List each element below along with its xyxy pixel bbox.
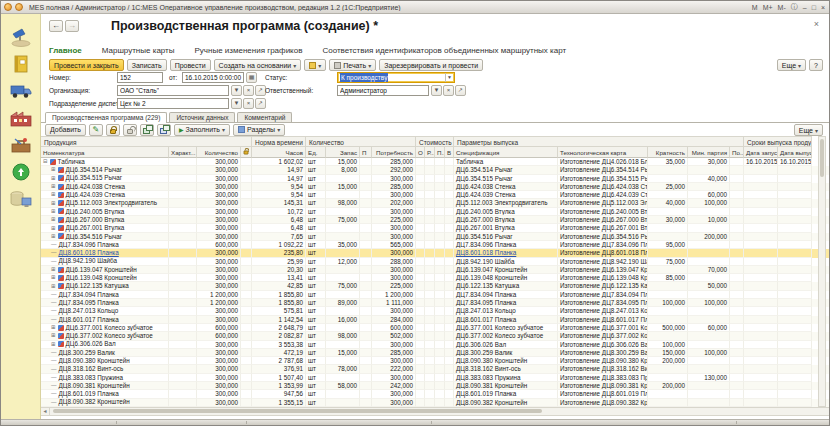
cell-minb[interactable] — [688, 166, 730, 174]
cell-demand[interactable]: 225,000 — [372, 282, 416, 290]
cell-cost_o[interactable] — [416, 357, 425, 365]
cell-spec[interactable]: ДЦ6.306.026 Вал — [454, 341, 558, 349]
cell-p[interactable] — [360, 216, 372, 224]
cell-name[interactable]: ⊞ДЦ6.377.001 Колесо зубчатое — [41, 324, 169, 332]
cell-lock[interactable] — [241, 399, 252, 407]
table-row[interactable]: —ДЦ8.300.259 Валик300,000472,19шт15,0002… — [41, 349, 829, 357]
cell-po[interactable] — [730, 307, 744, 315]
cell-spec[interactable]: ДЦ6.424.039 Стенка — [454, 191, 558, 199]
cell-charact[interactable] — [169, 291, 197, 299]
cell-unit[interactable]: шт — [306, 158, 326, 166]
cell-cost_v[interactable] — [445, 208, 454, 216]
cell-cost_o[interactable] — [416, 274, 425, 282]
tree-toggle-icon[interactable]: ⊞ — [51, 175, 56, 182]
tab-id-correspondence[interactable]: Соответствия идентификаторов объединенны… — [322, 46, 566, 55]
cell-stock[interactable]: 75,000 — [326, 216, 360, 224]
cell-launch[interactable] — [744, 299, 778, 307]
cell-qty[interactable]: 300,000 — [197, 390, 241, 398]
cell-cost_o[interactable] — [416, 299, 425, 307]
cell-hours[interactable]: 13,41 — [252, 274, 306, 282]
cell-minb[interactable]: 100,000 — [688, 299, 730, 307]
cell-name[interactable]: ⊞ДЦ6.139.048 Кронштейн — [41, 274, 169, 282]
cell-charact[interactable] — [169, 166, 197, 174]
vertical-scroll-thumb[interactable] — [820, 139, 824, 177]
cell-po[interactable] — [730, 374, 744, 382]
cell-minb[interactable]: 100,000 — [688, 199, 730, 207]
cell-p[interactable] — [360, 374, 372, 382]
cell-mult[interactable]: 35,000 — [648, 158, 688, 166]
cell-mult[interactable] — [648, 208, 688, 216]
cell-lock[interactable] — [241, 282, 252, 290]
cell-mult[interactable] — [648, 249, 688, 257]
cell-spec[interactable]: ДЦ8.300.259 Валик — [454, 349, 558, 357]
cell-release[interactable] — [778, 349, 812, 357]
table-row[interactable]: —ДЦ7.834.094 Планка1 200,0001 855,80шт1 … — [41, 291, 829, 299]
cell-cost_o[interactable] — [416, 266, 425, 274]
cell-demand[interactable]: 288,000 — [372, 258, 416, 266]
cell-name[interactable]: —ДЦ8.601.017 Планка — [41, 316, 169, 324]
cell-hours[interactable]: 1 855,80 — [252, 291, 306, 299]
cell-tech[interactable]: Изготовление ДЦ8.090.382 Кронштейн — [558, 399, 648, 407]
column-header-release[interactable]: Дата выпуска — [778, 147, 812, 158]
cell-tech[interactable]: Изготовление ДЦ8.942.190 Шайба — [558, 258, 648, 266]
cell-tech[interactable]: Изготовление ДЦ6.122.135 Катушка — [558, 282, 648, 290]
cell-tech[interactable]: Изготовление ДЦ8.090.380 Кронштейн — [558, 357, 648, 365]
cell-launch[interactable] — [744, 374, 778, 382]
table-row[interactable]: ⊞ДЦ6.240.005 Втулка300,00010,72шт300,000… — [41, 208, 829, 216]
cell-spec[interactable]: ДЦ8.247.013 Кольцо — [454, 307, 558, 315]
cell-stock[interactable] — [326, 399, 360, 407]
cell-minb[interactable] — [688, 249, 730, 257]
cell-p[interactable] — [360, 390, 372, 398]
cell-demand[interactable]: 300,000 — [372, 274, 416, 282]
cell-tech[interactable]: Изготовление ДЦ5.112.003 Электродвигат..… — [558, 199, 648, 207]
cell-minb[interactable] — [688, 365, 730, 373]
cell-qty[interactable]: 300,000 — [197, 199, 241, 207]
cell-po[interactable] — [730, 183, 744, 191]
cell-minb[interactable] — [688, 183, 730, 191]
cell-minb[interactable] — [688, 316, 730, 324]
cell-spec[interactable]: ДЦ6.354.515 Рычаг — [454, 175, 558, 183]
cell-stock[interactable] — [326, 357, 360, 365]
cell-spec[interactable]: ДЦ6.122.135 Катушка — [454, 282, 558, 290]
cell-cost_v[interactable] — [445, 282, 454, 290]
cell-charact[interactable] — [169, 183, 197, 191]
column-header-launch[interactable]: Дата запуска — [744, 147, 778, 158]
cell-stock[interactable] — [326, 307, 360, 315]
restore-button[interactable]: □ — [812, 4, 816, 11]
cell-stock[interactable] — [326, 233, 360, 241]
cell-cost_o[interactable] — [416, 399, 425, 407]
cell-launch[interactable] — [744, 307, 778, 315]
cell-cost_p[interactable] — [435, 199, 445, 207]
cell-p[interactable] — [360, 249, 372, 257]
cell-charact[interactable] — [169, 307, 197, 315]
cell-launch[interactable] — [744, 216, 778, 224]
tree-toggle-icon[interactable]: ⊞ — [51, 183, 56, 190]
cell-launch[interactable] — [744, 274, 778, 282]
cell-demand[interactable]: 300,000 — [372, 191, 416, 199]
organization-field[interactable]: ОАО "Сталь" — [117, 85, 229, 96]
cell-hours[interactable]: 3 553,38 — [252, 341, 306, 349]
cell-name[interactable]: ⊞ДЦ6.122.135 Катушка — [41, 282, 169, 290]
cell-cost_o[interactable] — [416, 158, 425, 166]
minimize-button[interactable]: – — [803, 4, 807, 11]
cell-qty[interactable]: 300,000 — [197, 399, 241, 407]
cell-cost_p[interactable] — [435, 282, 445, 290]
cell-unit[interactable]: шт — [306, 166, 326, 174]
post-and-close-button[interactable]: Провести и закрыть — [49, 59, 124, 71]
cell-release[interactable] — [778, 341, 812, 349]
cell-lock[interactable] — [241, 382, 252, 390]
cell-cost_r[interactable] — [425, 341, 435, 349]
cell-unit[interactable]: шт — [306, 365, 326, 373]
cell-mult[interactable] — [648, 390, 688, 398]
cell-cost_v[interactable] — [445, 349, 454, 357]
cell-hours[interactable]: 1 142,54 — [252, 316, 306, 324]
cell-mult[interactable] — [648, 191, 688, 199]
cell-mult[interactable]: 25,000 — [648, 183, 688, 191]
cell-cost_r[interactable] — [425, 266, 435, 274]
cell-unit[interactable]: шт — [306, 199, 326, 207]
cell-spec[interactable]: ДЦ6.354.516 Рычаг — [454, 233, 558, 241]
cell-demand[interactable]: 300,000 — [372, 233, 416, 241]
more-button-commandbar[interactable]: Еще▾ — [777, 59, 806, 71]
cell-tech[interactable]: Изготовление ДЦ4.026.018 Блок печати — [558, 158, 648, 166]
cell-hours[interactable]: 6,48 — [252, 216, 306, 224]
